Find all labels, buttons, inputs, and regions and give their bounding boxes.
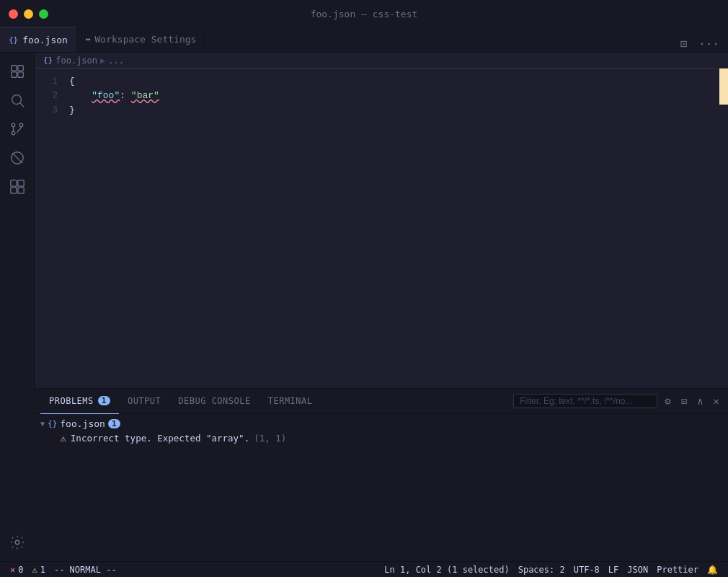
status-right: Ln 1, Col 2 (1 selected) Spaces: 2 UTF-8…	[380, 565, 722, 575]
problem-file-icon: {}	[48, 419, 57, 428]
svg-line-11	[12, 153, 22, 163]
split-editor-button[interactable]: ⊡	[677, 35, 690, 52]
problem-message: Incorrect type. Expected "array".	[71, 433, 249, 444]
activity-bar	[0, 53, 35, 561]
close-panel-button[interactable]: ✕	[711, 394, 722, 408]
editor-mode: -- NORMAL --	[54, 565, 117, 575]
tab-label-foo-json: foo.json	[22, 35, 68, 45]
json-key-foo: "foo"	[92, 90, 120, 101]
window-title: foo.json — css-test	[311, 9, 418, 19]
tab-bar: {} foo.json ↔ Workspace Settings ⊡ ···	[0, 27, 728, 53]
breadcrumb-filename[interactable]: foo.json	[56, 56, 97, 66]
close-button[interactable]	[9, 9, 18, 19]
minimize-button[interactable]	[24, 9, 33, 19]
error-icon: ✕	[10, 565, 15, 575]
file-encoding: UTF-8	[574, 565, 600, 575]
panel-actions: ⚙ ⊡ ∧ ✕	[513, 394, 722, 408]
line-content-2: "foo": "bar"	[69, 89, 722, 102]
more-actions-button[interactable]: ···	[696, 35, 722, 52]
status-language[interactable]: JSON	[623, 565, 652, 575]
panel-tab-output-label: OUTPUT	[128, 396, 161, 406]
cursor-position: Ln 1, Col 2 (1 selected)	[384, 565, 509, 575]
problem-group-name: foo.json	[60, 418, 105, 429]
svg-rect-0	[11, 66, 16, 71]
scroll-highlight	[719, 69, 728, 105]
problem-group-foo-json[interactable]: ▼ {} foo.json 1	[35, 417, 728, 431]
svg-point-6	[12, 123, 15, 127]
status-line-ending[interactable]: LF	[604, 565, 623, 575]
activity-item-extensions[interactable]	[4, 174, 30, 200]
problem-group-badge: 1	[108, 419, 120, 428]
svg-rect-3	[17, 72, 22, 77]
status-position[interactable]: Ln 1, Col 2 (1 selected)	[380, 565, 513, 575]
panel-tab-problems[interactable]: PROBLEMS 1	[40, 389, 119, 414]
line-number-3: 3	[35, 104, 69, 118]
status-formatter[interactable]: Prettier	[652, 565, 703, 575]
activity-item-settings[interactable]	[4, 529, 30, 555]
svg-rect-13	[17, 180, 23, 186]
breadcrumb: {} foo.json ▶ ...	[35, 53, 728, 69]
svg-rect-15	[17, 188, 23, 193]
warning-icon: ⚠	[61, 433, 66, 444]
filter-input[interactable]	[513, 394, 657, 408]
indentation: Spaces: 2	[518, 565, 565, 575]
panel-tabs: PROBLEMS 1 OUTPUT DEBUG CONSOLE TERMINAL…	[35, 389, 728, 414]
collapse-arrow-icon: ▼	[40, 420, 45, 428]
panel-tab-debug-label: DEBUG CONSOLE	[178, 396, 250, 406]
error-count: 0	[18, 565, 23, 575]
activity-item-explorer[interactable]	[4, 58, 30, 84]
line-number-2: 2	[35, 89, 69, 103]
line-content-3: }	[69, 103, 722, 117]
svg-line-5	[20, 103, 24, 107]
svg-point-4	[12, 95, 21, 105]
activity-item-git[interactable]	[4, 116, 30, 142]
panel-tab-terminal[interactable]: TERMINAL	[259, 389, 321, 414]
tab-bar-actions: ⊡ ···	[671, 35, 728, 52]
maximize-button[interactable]	[39, 9, 48, 19]
activity-item-search[interactable]	[4, 87, 30, 113]
problem-item-1[interactable]: ⚠ Incorrect type. Expected "array". (1, …	[35, 431, 728, 446]
tab-workspace-settings[interactable]: ↔ Workspace Settings	[77, 27, 206, 52]
panel: PROBLEMS 1 OUTPUT DEBUG CONSOLE TERMINAL…	[35, 388, 728, 561]
tab-label-workspace-settings: Workspace Settings	[95, 34, 197, 45]
breadcrumb-separator: ▶	[100, 56, 105, 66]
problem-location: (1, 1)	[254, 433, 286, 444]
problems-badge: 1	[98, 396, 110, 405]
traffic-lights	[9, 9, 48, 19]
filter-settings-icon[interactable]: ⚙	[662, 394, 673, 408]
activity-item-debug[interactable]	[4, 145, 30, 171]
panel-tab-problems-label: PROBLEMS	[49, 396, 94, 406]
formatter-name: Prettier	[657, 565, 698, 575]
title-bar: foo.json — css-test	[0, 0, 728, 27]
json-value-bar: "bar"	[131, 90, 159, 101]
svg-rect-1	[17, 66, 22, 71]
status-bar: ✕ 0 ⚠ 1 -- NORMAL -- Ln 1, Col 2 (1 sele…	[0, 561, 728, 577]
breadcrumb-path[interactable]: ...	[108, 56, 124, 66]
status-notifications[interactable]: 🔔	[703, 565, 722, 575]
tab-foo-json[interactable]: {} foo.json	[0, 27, 77, 52]
status-spaces[interactable]: Spaces: 2	[514, 565, 569, 575]
status-encoding[interactable]: UTF-8	[569, 565, 604, 575]
collapse-panel-icon[interactable]: ⊡	[678, 394, 690, 408]
svg-point-7	[12, 131, 15, 135]
status-errors[interactable]: ✕ 0	[6, 562, 27, 577]
code-line-2: 2 "foo": "bar"	[35, 89, 728, 103]
svg-rect-2	[11, 72, 16, 77]
language-mode: JSON	[627, 565, 648, 575]
code-line-3: 3 }	[35, 103, 728, 118]
status-mode: -- NORMAL --	[50, 562, 121, 577]
main-layout: {} foo.json ▶ ... 1 { 2 "foo": "bar" 3	[0, 53, 728, 561]
panel-tab-debug-console[interactable]: DEBUG CONSOLE	[169, 389, 259, 414]
code-editor[interactable]: 1 { 2 "foo": "bar" 3 }	[35, 69, 728, 388]
warning-status-icon: ⚠	[32, 565, 37, 575]
warning-count: 1	[40, 565, 45, 575]
svg-rect-12	[10, 180, 16, 186]
breadcrumb-file-icon: {}	[43, 56, 53, 65]
status-warnings[interactable]: ⚠ 1	[27, 562, 49, 577]
svg-point-16	[15, 540, 19, 545]
chevron-up-icon[interactable]: ∧	[694, 394, 706, 408]
panel-content: ▼ {} foo.json 1 ⚠ Incorrect type. Expect…	[35, 414, 728, 561]
line-ending: LF	[608, 565, 618, 575]
code-line-1: 1 {	[35, 74, 728, 89]
panel-tab-output[interactable]: OUTPUT	[119, 389, 169, 414]
